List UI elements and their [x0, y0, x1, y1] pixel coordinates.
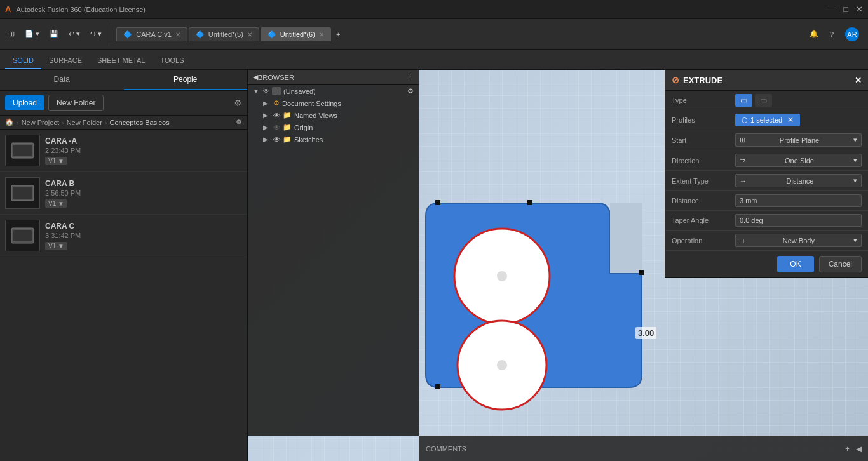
extrude-start-dropdown[interactable]: ⊞ Profile Plane ▾	[735, 133, 862, 147]
file-item-cara-b[interactable]: CARA B 2:56:50 PM V1 ▼	[0, 172, 247, 215]
tab-untitled6-close[interactable]: ✕	[319, 31, 324, 38]
extrude-profiles-btn[interactable]: ⬡ 1 selected ✕	[735, 114, 800, 126]
start-value: Profile Plane	[780, 137, 819, 144]
file-item-cara-c[interactable]: CARA C 3:31:42 PM V1 ▼	[0, 215, 247, 257]
folder-icon-origin: 📁	[283, 123, 292, 131]
grid-menu-btn[interactable]: ⊞	[5, 27, 18, 41]
upload-btn[interactable]: Upload	[5, 95, 44, 110]
browser-item-sketches-label: Sketches	[294, 136, 323, 144]
extrude-type-row: Type ▭ ▭	[665, 91, 868, 110]
comments-add-btn[interactable]: +	[845, 444, 850, 453]
tab-untitled5-label: Untitled*(5)	[208, 30, 243, 38]
tab-untitled6-label: Untitled*(6)	[280, 30, 315, 38]
unsaved-settings[interactable]: ⚙	[407, 87, 414, 95]
breadcrumb-settings[interactable]: ⚙	[236, 118, 242, 126]
extrude-type-solid-btn[interactable]: ▭	[735, 94, 752, 107]
ribbon-tab-surface[interactable]: SURFACE	[41, 53, 90, 69]
svg-rect-5	[13, 230, 32, 241]
redo-btn[interactable]: ↪ ▾	[86, 27, 105, 41]
file-thumb-cara-a	[5, 135, 40, 166]
tab-untitled6[interactable]: 🔷 Untitled*(6) ✕	[261, 27, 331, 41]
3d-shape-svg	[419, 184, 674, 451]
extrude-profiles-row: Profiles ⬡ 1 selected ✕	[665, 110, 868, 130]
ribbon-tab-sheet-metal[interactable]: SHEET METAL	[90, 53, 153, 69]
viewport-canvas[interactable]: 3.00 3 Hold Ctrl to modify selection ◀ B…	[248, 70, 868, 461]
tab-cara-c-v1-close[interactable]: ✕	[175, 31, 180, 38]
expand-icon-doc-settings[interactable]: ▶	[263, 100, 271, 107]
extrude-extent-type-dropdown[interactable]: ↔ Distance ▾	[735, 174, 862, 187]
breadcrumb-new-folder[interactable]: New Folder	[67, 119, 102, 126]
profile-clear-btn[interactable]: ✕	[787, 116, 794, 124]
svg-point-8	[497, 271, 507, 281]
browser-item-unsaved[interactable]: ▼ 👁 □ (Unsaved) ⚙	[248, 85, 419, 97]
minimize-btn[interactable]: —	[827, 4, 836, 14]
panel-tabs: Data People	[0, 70, 247, 91]
browser-item-origin[interactable]: ▶ 👁 📁 Origin	[248, 121, 419, 133]
file-name-cara-b: CARA B	[45, 179, 242, 188]
extrude-distance-label: Distance	[672, 197, 735, 204]
ok-btn[interactable]: OK	[777, 256, 813, 272]
visibility-icon-unsaved[interactable]: 👁	[263, 88, 269, 95]
save-btn[interactable]: 💾	[46, 27, 62, 41]
maximize-btn[interactable]: □	[843, 4, 848, 14]
breadcrumb-home[interactable]: 🏠	[5, 118, 14, 126]
extrude-title: EXTRUDE	[683, 76, 722, 85]
expand-icon-sketches[interactable]: ▶	[263, 136, 271, 143]
browser-item-named-views[interactable]: ▶ 👁 📁 Named Views	[248, 109, 419, 121]
extrude-start-row: Start ⊞ Profile Plane ▾	[665, 130, 868, 150]
file-version-cara-c[interactable]: V1 ▼	[45, 242, 67, 250]
data-tab[interactable]: Data	[0, 70, 124, 90]
account-btn[interactable]: AR	[841, 25, 863, 44]
viewport[interactable]: 3.00 3 Hold Ctrl to modify selection ◀ B…	[248, 70, 868, 461]
extrude-direction-label: Direction	[672, 157, 735, 164]
close-btn[interactable]: ✕	[856, 4, 863, 14]
svg-rect-14	[435, 384, 440, 389]
breadcrumb-sep3: ›	[105, 119, 107, 126]
sep1	[111, 25, 111, 44]
visibility-icon-origin[interactable]: 👁	[273, 124, 280, 131]
window-controls[interactable]: — □ ✕	[827, 4, 863, 14]
file-version-cara-a[interactable]: V1 ▼	[45, 157, 67, 165]
breadcrumb-new-project[interactable]: New Project	[22, 119, 59, 126]
help-btn[interactable]: ?	[826, 28, 837, 41]
browser-menu-btn[interactable]: ⋮	[407, 73, 414, 81]
cancel-btn[interactable]: Cancel	[819, 256, 862, 272]
titlebar: A Autodesk Fusion 360 (Education License…	[0, 0, 868, 19]
extrude-operation-dropdown[interactable]: □ New Body ▾	[735, 234, 862, 247]
comments-collapse-btn[interactable]: ◀	[856, 444, 862, 453]
direction-dropdown-icon: ⇒	[740, 156, 745, 164]
file-info-cara-a: CARA -A 2:23:43 PM V1 ▼	[45, 137, 242, 165]
people-tab[interactable]: People	[124, 70, 248, 90]
visibility-icon-sketches[interactable]: 👁	[273, 136, 280, 144]
undo-btn[interactable]: ↩ ▾	[65, 27, 84, 41]
expand-icon-unsaved[interactable]: ▼	[253, 88, 261, 95]
tab-untitled5-close[interactable]: ✕	[247, 31, 252, 38]
ribbon-tab-tools[interactable]: TOOLS	[153, 53, 191, 69]
extrude-distance-input[interactable]	[735, 194, 862, 207]
expand-icon-named-views[interactable]: ▶	[263, 112, 271, 119]
notifications-btn[interactable]: 🔔	[806, 27, 822, 41]
add-tab-btn[interactable]: +	[332, 28, 344, 41]
extrude-start-label: Start	[672, 137, 735, 144]
extrude-direction-dropdown[interactable]: ⇒ One Side ▾	[735, 154, 862, 167]
visibility-icon-named-views[interactable]: 👁	[273, 112, 280, 119]
tab-cara-c-v1-icon: 🔷	[123, 30, 132, 39]
extrude-type-thin-btn[interactable]: ▭	[755, 94, 772, 107]
file-list: CARA -A 2:23:43 PM V1 ▼ CARA B 2:56:50 P…	[0, 130, 247, 461]
browser-item-sketches[interactable]: ▶ 👁 📁 Sketches	[248, 133, 419, 145]
ribbon-tab-solid[interactable]: SOLID	[5, 53, 41, 69]
svg-rect-13	[639, 270, 644, 275]
file-version-cara-b[interactable]: V1 ▼	[45, 199, 67, 208]
tab-untitled5[interactable]: 🔷 Untitled*(5) ✕	[189, 27, 259, 41]
file-time-cara-a: 2:23:43 PM	[45, 147, 242, 154]
expand-icon-origin[interactable]: ▶	[263, 124, 271, 131]
panel-settings-btn[interactable]: ⚙	[234, 98, 242, 108]
new-folder-btn[interactable]: New Folder	[48, 95, 104, 111]
extrude-collapse-btn[interactable]: ✕	[855, 76, 862, 85]
browser-collapse-btn[interactable]: ◀	[253, 73, 258, 81]
tab-cara-c-v1[interactable]: 🔷 CARA C v1 ✕	[116, 27, 187, 41]
file-btn[interactable]: 📄 ▾	[21, 27, 43, 41]
extrude-taper-input[interactable]	[735, 214, 862, 227]
file-item-cara-a[interactable]: CARA -A 2:23:43 PM V1 ▼	[0, 130, 247, 172]
browser-item-doc-settings[interactable]: ▶ ⚙ Document Settings	[248, 97, 419, 109]
